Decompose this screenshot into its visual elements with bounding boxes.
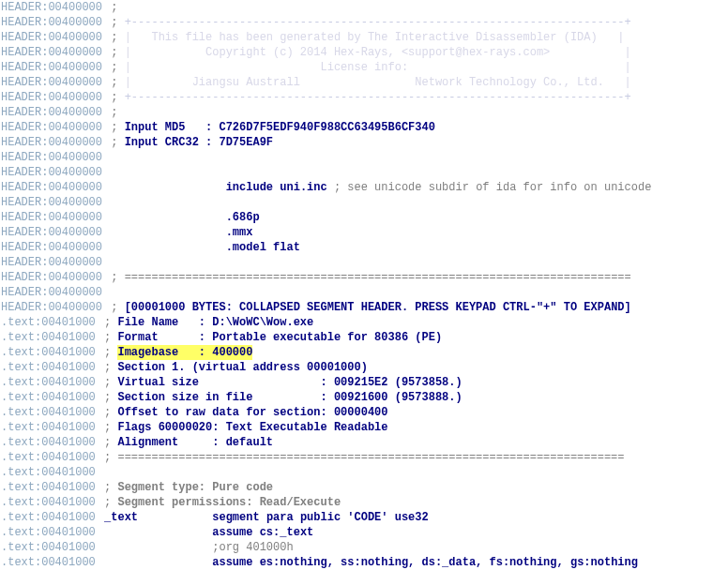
- sep: ;: [98, 420, 118, 435]
- addr: HEADER:00400000: [0, 285, 104, 300]
- disasm-line[interactable]: .text:00401000 _text segment para public…: [0, 510, 728, 525]
- disasm-line[interactable]: HEADER:00400000: [0, 285, 728, 300]
- addr: HEADER:00400000: [0, 165, 104, 180]
- addr: .text:00401000: [0, 540, 98, 555]
- addr: .text:00401000: [0, 555, 98, 570]
- divider: ========================================…: [125, 270, 631, 285]
- disasm-line[interactable]: HEADER:00400000 ; | Jiangsu Australl Net…: [0, 75, 728, 90]
- alignment: Alignment : default: [117, 435, 273, 450]
- input-crc32: Input CRC32 : 7D75EA9F: [125, 135, 273, 150]
- sep: ;: [104, 105, 117, 120]
- disasm-line[interactable]: HEADER:00400000: [0, 150, 728, 165]
- sep: ;: [104, 30, 125, 45]
- addr: HEADER:00400000: [0, 270, 104, 285]
- addr: HEADER:00400000: [0, 15, 104, 30]
- disasm-line[interactable]: HEADER:00400000: [0, 195, 728, 210]
- disasm-line[interactable]: .text:00401000 ; File Name : D:\WoWC\Wow…: [0, 315, 728, 330]
- disasm-line[interactable]: .text:00401000 ; Section 1. (virtual add…: [0, 360, 728, 375]
- sep: ;: [104, 15, 125, 30]
- addr: .text:00401000: [0, 525, 98, 540]
- addr: HEADER:00400000: [0, 210, 104, 225]
- sep: ;: [98, 390, 118, 405]
- disasm-line[interactable]: .text:00401000 ; =======================…: [0, 450, 728, 465]
- disasm-line[interactable]: HEADER:00400000 ;: [0, 0, 728, 15]
- addr: HEADER:00400000: [0, 90, 104, 105]
- pad: [104, 225, 226, 240]
- disasm-line[interactable]: .text:00401000 assume cs:_text: [0, 525, 728, 540]
- disasm-line[interactable]: HEADER:00400000 .686p: [0, 210, 728, 225]
- disasm-line[interactable]: HEADER:00400000 ; [00001000 BYTES: COLLA…: [0, 300, 728, 315]
- sep: ;: [98, 360, 118, 375]
- addr: .text:00401000: [0, 330, 98, 345]
- pad: [104, 180, 226, 195]
- addr: .text:00401000: [0, 495, 98, 510]
- assume-cs-kw: assume: [212, 525, 252, 540]
- disasm-line[interactable]: HEADER:00400000 .mmx: [0, 225, 728, 240]
- disasm-line[interactable]: HEADER:00400000 include uni.inc ; see un…: [0, 180, 728, 195]
- disasm-line[interactable]: HEADER:00400000 ; | This file has been g…: [0, 30, 728, 45]
- input-md5: Input MD5 : C726D7F5EDF940F988CC63495B6C…: [125, 120, 435, 135]
- disasm-line[interactable]: HEADER:00400000 ; Input CRC32 : 7D75EA9F: [0, 135, 728, 150]
- disasm-line[interactable]: HEADER:00400000: [0, 255, 728, 270]
- disasm-line[interactable]: HEADER:00400000 ; | Copyright (c) 2014 H…: [0, 45, 728, 60]
- disasm-line[interactable]: .text:00401000 ; Alignment : default: [0, 435, 728, 450]
- disasm-line[interactable]: HEADER:00400000 ; +---------------------…: [0, 15, 728, 30]
- disasm-line[interactable]: HEADER:00400000 ;: [0, 105, 728, 120]
- disasm-line[interactable]: HEADER:00400000 ; ======================…: [0, 270, 728, 285]
- collapsed-segment[interactable]: [00001000 BYTES: COLLAPSED SEGMENT HEADE…: [125, 300, 631, 315]
- sep: ;: [98, 345, 118, 360]
- box-border: +---------------------------------------…: [125, 90, 631, 105]
- disasm-line[interactable]: HEADER:00400000 ; | License info: |: [0, 60, 728, 75]
- addr: .text:00401000: [0, 450, 98, 465]
- include-file: uni.inc: [280, 180, 326, 195]
- imagebase-label: Imagebase :: [117, 345, 212, 360]
- org-directive: ;org 401000h: [212, 540, 293, 555]
- addr: HEADER:00400000: [0, 225, 104, 240]
- addr: .text:00401000: [0, 465, 98, 480]
- format: Format : Portable executable for 80386 (…: [117, 330, 442, 345]
- disasm-line[interactable]: .text:00401000 ; Segment type: Pure code: [0, 480, 728, 495]
- disasm-line[interactable]: .text:00401000 ;org 401000h: [0, 540, 728, 555]
- disasm-line[interactable]: .text:00401000 ; Section size in file : …: [0, 390, 728, 405]
- disasm-line[interactable]: HEADER:00400000 ; Input MD5 : C726D7F5ED…: [0, 120, 728, 135]
- addr: HEADER:00400000: [0, 75, 104, 90]
- addr: .text:00401000: [0, 480, 98, 495]
- disasm-line[interactable]: .text:00401000 assume es:nothing, ss:not…: [0, 555, 728, 570]
- flags: Flags 60000020: Text Executable Readable: [117, 420, 387, 435]
- offset: Offset to raw data for section: 00000400: [117, 405, 387, 420]
- disasm-line[interactable]: .text:00401000 ; Virtual size : 009215E2…: [0, 375, 728, 390]
- pad: [104, 210, 226, 225]
- addr: .text:00401000: [0, 345, 98, 360]
- addr: HEADER:00400000: [0, 30, 104, 45]
- addr: HEADER:00400000: [0, 135, 104, 150]
- disasm-line[interactable]: .text:00401000: [0, 465, 728, 480]
- sep: ;: [98, 315, 118, 330]
- assume-cs-val: cs:_text: [260, 525, 314, 540]
- addr: HEADER:00400000: [0, 255, 104, 270]
- disasm-line[interactable]: HEADER:00400000: [0, 165, 728, 180]
- addr: HEADER:00400000: [0, 300, 104, 315]
- sep: ;: [104, 0, 117, 15]
- disasm-line[interactable]: HEADER:00400000 ; +---------------------…: [0, 90, 728, 105]
- include-comment: ; see unicode subdir of ida for info on …: [327, 180, 652, 195]
- addr: .text:00401000: [0, 375, 98, 390]
- addr: .text:00401000: [0, 315, 98, 330]
- disasm-line[interactable]: .text:00401000 ; Imagebase : 400000: [0, 345, 728, 360]
- assume-rest-kw: assume: [212, 555, 252, 570]
- file-name: File Name : D:\WoWC\Wow.exe: [117, 315, 313, 330]
- disasm-line[interactable]: HEADER:00400000 .model flat: [0, 240, 728, 255]
- sep: ;: [98, 450, 118, 465]
- sep: ;: [104, 270, 125, 285]
- pad: [104, 240, 226, 255]
- sep: ;: [104, 300, 125, 315]
- disasm-line[interactable]: .text:00401000 ; Flags 60000020: Text Ex…: [0, 420, 728, 435]
- disasm-line[interactable]: .text:00401000 ; Segment permissions: Re…: [0, 495, 728, 510]
- sep: ;: [98, 405, 118, 420]
- mmx-directive: .mmx: [226, 225, 253, 240]
- segment-perm: Segment permissions: Read/Execute: [117, 495, 341, 510]
- disasm-line[interactable]: .text:00401000 ; Format : Portable execu…: [0, 330, 728, 345]
- sep: ;: [104, 60, 125, 75]
- addr: HEADER:00400000: [0, 180, 104, 195]
- disasm-line[interactable]: .text:00401000 ; Offset to raw data for …: [0, 405, 728, 420]
- segment-name: _text: [104, 510, 138, 525]
